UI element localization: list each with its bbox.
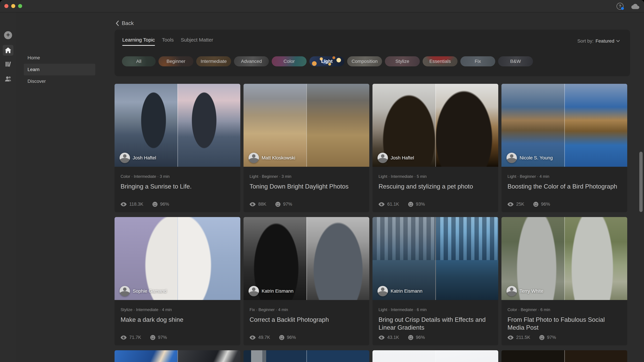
home-icon [5, 47, 11, 53]
library-button[interactable] [5, 61, 12, 67]
sidebar-item-learn[interactable]: Learn [24, 64, 95, 75]
avatar [120, 286, 130, 296]
card-image: Nicole S. Young [502, 84, 627, 167]
tutorial-card[interactable]: Josh Haftel Color · Intermediate · 3 min… [114, 84, 240, 212]
tutorial-grid: Josh Haftel Color · Intermediate · 3 min… [114, 84, 630, 362]
smiley-icon [533, 202, 538, 207]
scrollbar-thumb[interactable] [639, 152, 643, 212]
tutorial-card[interactable]: Matt Kloskowski Light · Beginner · 3 min… [244, 84, 369, 212]
tab-learning-topic[interactable]: Learning Topic [122, 37, 155, 45]
pill-advanced[interactable]: Advanced [234, 56, 269, 66]
card-meta: Stylize · Intermediate · 4 min [114, 300, 240, 312]
smiley-icon [408, 202, 413, 207]
back-button[interactable]: Back [116, 20, 134, 26]
smiley-icon [152, 202, 158, 207]
people-icon [4, 76, 12, 82]
card-title: Toning Down Bright Daylight Photos [244, 179, 369, 190]
sort-dropdown[interactable]: Sort by: Featured [577, 38, 620, 44]
add-photos-button[interactable]: + [4, 31, 12, 39]
card-meta: Light · Intermediate · 6 min [372, 300, 498, 312]
card-meta: Light · Beginner · 3 min [244, 167, 369, 179]
tab-tools[interactable]: Tools [162, 37, 174, 45]
question-mark-icon: ? [619, 4, 621, 8]
cloud-sync-icon[interactable] [630, 3, 639, 9]
card-image: Josh Haftel [372, 84, 498, 167]
fullscreen-button[interactable] [18, 4, 22, 8]
author-name: Nicole S. Young [520, 155, 553, 161]
tab-subject-matter[interactable]: Subject Matter [181, 37, 213, 45]
views-count: 25K [516, 202, 524, 207]
card-meta: Light · Intermediate · 5 min [372, 167, 498, 179]
card-title: Bring out Crisp Details with Effects and… [372, 312, 498, 332]
filter-toolbar: Learning Topic Tools Subject Matter Sort… [114, 30, 630, 76]
minimize-button[interactable] [11, 4, 15, 8]
rating-percent: 96% [287, 335, 296, 340]
tutorial-card[interactable]: Terry White Color · Beginner · 6 min Fro… [502, 217, 627, 346]
card-title: From Flat Photo to Fabulous Social Media… [502, 312, 627, 332]
card-image [372, 350, 498, 362]
avatar [506, 153, 517, 163]
sidebar-item-discover[interactable]: Discover [24, 75, 95, 87]
smiley-icon [276, 202, 280, 207]
card-image: Josh Haftel [114, 84, 240, 167]
card-image: Sophie Gamand [114, 217, 240, 300]
rating-percent: 93% [416, 202, 425, 207]
pill-intermediate[interactable]: Intermediate [196, 56, 231, 66]
card-image: Katrin Eismann [244, 217, 369, 300]
close-button[interactable] [4, 4, 8, 8]
card-meta: Light · Beginner · 4 min [502, 167, 627, 179]
card-title: Make a dark dog shine [114, 312, 240, 324]
tutorial-card-partial[interactable] [114, 350, 240, 362]
pill-all[interactable]: All [122, 56, 156, 66]
home-button-selected[interactable] [3, 45, 14, 56]
views-eye-icon [120, 336, 126, 340]
views-eye-icon [250, 336, 256, 340]
tutorial-card[interactable]: Katrin Eismann Fix · Beginner · 4 min Co… [244, 217, 369, 346]
tutorial-card[interactable]: Josh Haftel Light · Intermediate · 5 min… [372, 84, 498, 212]
rating-percent: 96% [160, 202, 169, 207]
sidebar-learn-label: Learn [28, 67, 40, 72]
views-count: 88K [258, 202, 266, 207]
card-title: Boosting the Color of a Bird Photograph [502, 179, 627, 190]
card-image [114, 350, 240, 362]
sidebar-discover-label: Discover [28, 79, 46, 84]
sidebar-item-home[interactable]: Home [24, 52, 95, 64]
help-button[interactable]: ? [616, 3, 624, 10]
card-title: Correct a Backlit Photograph [244, 312, 369, 324]
books-icon [5, 61, 12, 67]
views-count: 211.5K [516, 335, 530, 340]
sidebar-nav: Home Learn Discover [24, 64, 95, 87]
card-title: Bringing a Sunrise to Life. [114, 179, 240, 190]
tutorial-card[interactable]: Nicole S. Young Light · Beginner · 4 min… [502, 84, 627, 212]
author-name: Sophie Gamand [133, 289, 166, 294]
card-image [502, 350, 627, 362]
pill-beginner[interactable]: Beginner [158, 56, 193, 66]
author-name: Josh Haftel [390, 155, 414, 161]
pill-composition[interactable]: Composition [347, 56, 382, 66]
sort-value: Featured [596, 38, 614, 44]
pill-light-selected[interactable]: Light [310, 56, 344, 66]
tutorial-card-partial[interactable] [372, 350, 498, 362]
pill-bw[interactable]: B&W [498, 56, 533, 66]
filter-pills: All Beginner Intermediate Advanced Color… [122, 56, 533, 66]
title-bar: ? [0, 0, 644, 12]
tutorial-card[interactable]: Katrin Eismann Light · Intermediate · 6 … [372, 217, 498, 346]
author-name: Josh Haftel [133, 155, 156, 161]
people-button[interactable] [4, 76, 12, 82]
views-count: 71.7K [129, 335, 141, 340]
views-eye-icon [120, 202, 126, 206]
author-name: Matt Kloskowski [262, 155, 295, 161]
views-count: 43.1K [387, 335, 399, 340]
author-name: Terry White [520, 289, 544, 294]
pill-color[interactable]: Color [272, 56, 306, 66]
avatar [378, 286, 388, 296]
pill-essentials[interactable]: Essentials [422, 56, 458, 66]
views-count: 49.7K [258, 335, 270, 340]
pill-fix[interactable]: Fix [460, 56, 495, 66]
tutorial-card-partial[interactable] [244, 350, 369, 362]
plus-icon: + [4, 31, 12, 39]
tutorial-card[interactable]: Sophie Gamand Stylize · Intermediate · 4… [114, 217, 240, 346]
pill-stylize[interactable]: Stylize [385, 56, 420, 66]
tutorial-card-partial[interactable] [502, 350, 627, 362]
rating-percent: 96% [416, 335, 425, 340]
